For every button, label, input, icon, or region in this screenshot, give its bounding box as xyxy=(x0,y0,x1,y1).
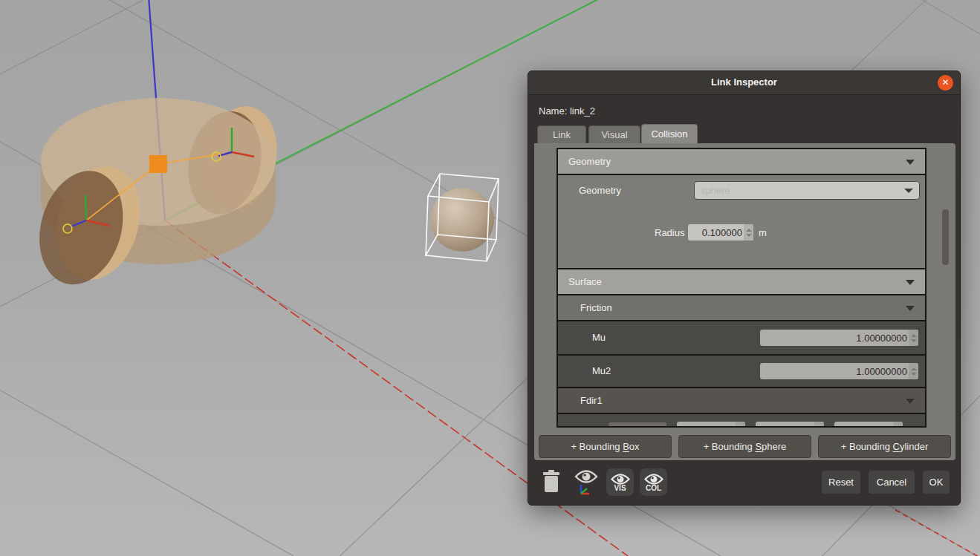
spinner-arrows-icon[interactable] xyxy=(909,330,918,346)
mu2-label: Mu2 xyxy=(592,365,611,376)
col-label: COL xyxy=(646,485,661,492)
geometry-panel: Geometry sphere Radius m xyxy=(558,175,925,268)
joint-root-marker[interactable] xyxy=(149,155,167,173)
spinner-arrows-icon[interactable] xyxy=(909,363,918,379)
surface-section-header[interactable]: Surface xyxy=(558,269,925,294)
spinner-arrows-icon[interactable] xyxy=(744,224,753,241)
spinner-arrows-icon[interactable] xyxy=(893,422,903,428)
chevron-down-icon xyxy=(906,160,915,165)
fdir1-x-spinner[interactable] xyxy=(677,422,745,428)
chevron-down-icon xyxy=(906,280,915,285)
chevron-down-icon xyxy=(906,306,915,311)
mu2-input[interactable] xyxy=(760,366,909,377)
add-bounding-sphere-button[interactable]: + Bounding Sphere xyxy=(678,435,811,458)
show-joints-button[interactable] xyxy=(574,469,599,498)
geometry-type-dropdown[interactable]: sphere xyxy=(694,181,920,200)
name-label: Name: xyxy=(539,105,567,117)
name-value: link_2 xyxy=(570,105,595,117)
fdir1-vector-row: X Y Z xyxy=(558,414,925,428)
spinner-arrows-icon[interactable] xyxy=(736,422,745,428)
close-icon: ✕ xyxy=(941,77,949,88)
radius-spinner[interactable] xyxy=(688,224,753,241)
mu-spinner[interactable] xyxy=(760,330,918,346)
fdir1-z-spinner[interactable] xyxy=(834,422,903,428)
collision-scroll-area[interactable]: Geometry Geometry sphere Radius m Su xyxy=(556,148,927,428)
geometry-section-header[interactable]: Geometry xyxy=(558,149,925,174)
radius-label: Radius xyxy=(655,227,684,238)
chevron-down-icon xyxy=(904,189,913,193)
vertical-scrollbar[interactable] xyxy=(942,209,949,265)
mu-label: Mu xyxy=(592,332,606,343)
delete-link-button[interactable] xyxy=(542,470,560,496)
reset-button[interactable]: Reset xyxy=(822,471,860,494)
fdir1-y-label: Y xyxy=(750,425,756,428)
mu2-row: Mu2 xyxy=(558,356,925,387)
spinner-arrows-icon[interactable] xyxy=(814,422,824,428)
mu-input[interactable] xyxy=(760,333,909,344)
friction-section-header[interactable]: Friction xyxy=(558,295,925,320)
radius-input[interactable] xyxy=(688,227,744,238)
mu-row: Mu xyxy=(558,321,925,354)
add-bounding-cylinder-button[interactable]: + Bounding Cylinder xyxy=(818,435,951,458)
chevron-down-icon xyxy=(906,399,915,404)
tab-visual[interactable]: Visual xyxy=(588,125,640,143)
fdir1-x-label: X xyxy=(671,425,677,428)
ok-button[interactable]: OK xyxy=(923,471,950,494)
robot-model[interactable] xyxy=(27,97,286,298)
close-button[interactable]: ✕ xyxy=(938,75,953,91)
add-bounding-box-button[interactable]: + Bounding Box xyxy=(539,435,672,458)
vis-label: VIS xyxy=(614,485,626,492)
fdir1-z-label: Z xyxy=(828,425,834,428)
tab-collision[interactable]: Collision xyxy=(641,124,698,143)
fdir1-extra-button[interactable] xyxy=(608,422,667,428)
dialog-title: Link Inspector xyxy=(528,76,960,88)
trash-icon xyxy=(542,470,560,494)
geometry-type-label: Geometry xyxy=(579,185,621,196)
dialog-titlebar[interactable]: Link Inspector ✕ xyxy=(528,71,960,95)
cancel-button[interactable]: Cancel xyxy=(869,471,915,494)
collision-tab-pane: Geometry Geometry sphere Radius m Su xyxy=(534,143,955,460)
fdir1-y-spinner[interactable] xyxy=(756,422,824,428)
mu2-spinner[interactable] xyxy=(760,363,918,379)
link-name-row: Name: link_2 xyxy=(539,105,595,117)
toggle-visuals-button[interactable]: VIS xyxy=(606,468,634,496)
link-inspector-dialog: Link Inspector ✕ Name: link_2 Link Visua… xyxy=(528,71,961,506)
radius-unit: m xyxy=(759,227,767,238)
toggle-collisions-button[interactable]: COL xyxy=(640,468,667,496)
eye-axes-icon xyxy=(574,469,599,496)
fdir1-section-header[interactable]: Fdir1 xyxy=(558,388,925,413)
tab-link[interactable]: Link xyxy=(537,125,586,143)
